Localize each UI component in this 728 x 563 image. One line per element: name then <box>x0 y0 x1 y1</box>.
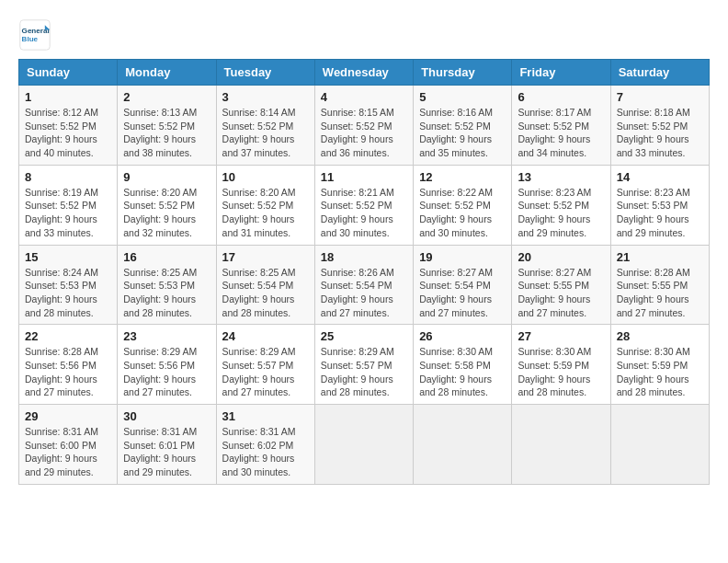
calendar-day-cell: 2 Sunrise: 8:13 AMSunset: 5:52 PMDayligh… <box>118 86 216 166</box>
calendar-day-cell: 15 Sunrise: 8:24 AMSunset: 5:53 PMDaylig… <box>19 245 118 325</box>
calendar-day-cell: 20 Sunrise: 8:27 AMSunset: 5:55 PMDaylig… <box>512 245 610 325</box>
day-info: Sunrise: 8:26 AMSunset: 5:54 PMDaylight:… <box>321 267 394 318</box>
day-info: Sunrise: 8:30 AMSunset: 5:58 PMDaylight:… <box>419 346 493 397</box>
day-info: Sunrise: 8:23 AMSunset: 5:53 PMDaylight:… <box>617 187 690 238</box>
calendar-day-cell <box>314 405 413 485</box>
calendar-week-row: 15 Sunrise: 8:24 AMSunset: 5:53 PMDaylig… <box>19 245 710 325</box>
calendar-day-cell: 1 Sunrise: 8:12 AMSunset: 5:52 PMDayligh… <box>19 86 118 166</box>
day-of-week-header: Sunday <box>19 60 118 86</box>
calendar-day-cell: 29 Sunrise: 8:31 AMSunset: 6:00 PMDaylig… <box>19 405 118 485</box>
calendar-day-cell: 26 Sunrise: 8:30 AMSunset: 5:58 PMDaylig… <box>414 325 512 405</box>
day-info: Sunrise: 8:25 AMSunset: 5:54 PMDaylight:… <box>222 267 296 318</box>
day-number: 25 <box>321 329 407 343</box>
calendar-day-cell: 14 Sunrise: 8:23 AMSunset: 5:53 PMDaylig… <box>610 165 709 245</box>
calendar-day-cell: 9 Sunrise: 8:20 AMSunset: 5:52 PMDayligh… <box>118 165 216 245</box>
day-number: 3 <box>222 90 309 104</box>
day-info: Sunrise: 8:27 AMSunset: 5:54 PMDaylight:… <box>419 267 493 318</box>
day-number: 30 <box>123 409 210 423</box>
calendar-day-cell: 21 Sunrise: 8:28 AMSunset: 5:55 PMDaylig… <box>610 245 709 325</box>
calendar-day-cell: 3 Sunrise: 8:14 AMSunset: 5:52 PMDayligh… <box>216 86 314 166</box>
day-info: Sunrise: 8:28 AMSunset: 5:55 PMDaylight:… <box>617 267 690 318</box>
day-number: 4 <box>321 90 407 104</box>
day-info: Sunrise: 8:15 AMSunset: 5:52 PMDaylight:… <box>321 107 394 158</box>
calendar-day-cell: 19 Sunrise: 8:27 AMSunset: 5:54 PMDaylig… <box>414 245 512 325</box>
day-number: 6 <box>518 90 604 104</box>
calendar-week-row: 1 Sunrise: 8:12 AMSunset: 5:52 PMDayligh… <box>19 86 710 166</box>
day-number: 2 <box>123 90 210 104</box>
calendar-day-cell: 22 Sunrise: 8:28 AMSunset: 5:56 PMDaylig… <box>19 325 118 405</box>
day-number: 10 <box>222 170 309 184</box>
day-number: 14 <box>617 170 703 184</box>
calendar-day-cell: 31 Sunrise: 8:31 AMSunset: 6:02 PMDaylig… <box>216 405 314 485</box>
day-number: 22 <box>25 329 111 343</box>
day-info: Sunrise: 8:17 AMSunset: 5:52 PMDaylight:… <box>518 107 591 158</box>
calendar-day-cell <box>414 405 512 485</box>
calendar-day-cell: 4 Sunrise: 8:15 AMSunset: 5:52 PMDayligh… <box>314 86 413 166</box>
day-number: 28 <box>617 329 703 343</box>
calendar-day-cell: 28 Sunrise: 8:30 AMSunset: 5:59 PMDaylig… <box>610 325 709 405</box>
calendar-day-cell: 27 Sunrise: 8:30 AMSunset: 5:59 PMDaylig… <box>512 325 610 405</box>
day-number: 8 <box>25 170 111 184</box>
day-number: 15 <box>25 250 111 264</box>
day-number: 31 <box>222 409 309 423</box>
day-info: Sunrise: 8:20 AMSunset: 5:52 PMDaylight:… <box>123 187 197 238</box>
day-info: Sunrise: 8:13 AMSunset: 5:52 PMDaylight:… <box>123 107 197 158</box>
day-info: Sunrise: 8:20 AMSunset: 5:52 PMDaylight:… <box>222 187 296 238</box>
calendar-day-cell: 16 Sunrise: 8:25 AMSunset: 5:53 PMDaylig… <box>118 245 216 325</box>
day-number: 16 <box>123 250 210 264</box>
day-number: 26 <box>419 329 506 343</box>
calendar-day-cell: 30 Sunrise: 8:31 AMSunset: 6:01 PMDaylig… <box>118 405 216 485</box>
day-info: Sunrise: 8:14 AMSunset: 5:52 PMDaylight:… <box>222 107 296 158</box>
calendar-week-row: 8 Sunrise: 8:19 AMSunset: 5:52 PMDayligh… <box>19 165 710 245</box>
day-info: Sunrise: 8:29 AMSunset: 5:57 PMDaylight:… <box>222 346 296 397</box>
calendar-week-row: 22 Sunrise: 8:28 AMSunset: 5:56 PMDaylig… <box>19 325 710 405</box>
day-number: 5 <box>419 90 506 104</box>
calendar-day-cell: 23 Sunrise: 8:29 AMSunset: 5:56 PMDaylig… <box>118 325 216 405</box>
day-number: 21 <box>617 250 703 264</box>
calendar-day-cell <box>512 405 610 485</box>
day-info: Sunrise: 8:19 AMSunset: 5:52 PMDaylight:… <box>25 187 98 238</box>
calendar-day-cell: 18 Sunrise: 8:26 AMSunset: 5:54 PMDaylig… <box>314 245 413 325</box>
calendar-day-cell: 24 Sunrise: 8:29 AMSunset: 5:57 PMDaylig… <box>216 325 314 405</box>
day-info: Sunrise: 8:22 AMSunset: 5:52 PMDaylight:… <box>419 187 493 238</box>
day-of-week-header: Monday <box>118 60 216 86</box>
calendar-day-cell <box>610 405 709 485</box>
calendar-day-cell: 8 Sunrise: 8:19 AMSunset: 5:52 PMDayligh… <box>19 165 118 245</box>
day-info: Sunrise: 8:30 AMSunset: 5:59 PMDaylight:… <box>518 346 591 397</box>
day-info: Sunrise: 8:31 AMSunset: 6:01 PMDaylight:… <box>123 426 197 477</box>
day-number: 27 <box>518 329 604 343</box>
day-of-week-header: Friday <box>512 60 610 86</box>
day-number: 19 <box>419 250 506 264</box>
day-info: Sunrise: 8:18 AMSunset: 5:52 PMDaylight:… <box>617 107 690 158</box>
day-of-week-header: Tuesday <box>216 60 314 86</box>
day-number: 13 <box>518 170 604 184</box>
day-number: 9 <box>123 170 210 184</box>
day-number: 17 <box>222 250 309 264</box>
day-info: Sunrise: 8:31 AMSunset: 6:02 PMDaylight:… <box>222 426 296 477</box>
calendar-day-cell: 10 Sunrise: 8:20 AMSunset: 5:52 PMDaylig… <box>216 165 314 245</box>
calendar-day-cell: 13 Sunrise: 8:23 AMSunset: 5:52 PMDaylig… <box>512 165 610 245</box>
calendar-day-cell: 6 Sunrise: 8:17 AMSunset: 5:52 PMDayligh… <box>512 86 610 166</box>
day-info: Sunrise: 8:31 AMSunset: 6:00 PMDaylight:… <box>25 426 98 477</box>
day-number: 11 <box>321 170 407 184</box>
calendar-day-cell: 25 Sunrise: 8:29 AMSunset: 5:57 PMDaylig… <box>314 325 413 405</box>
day-of-week-header: Thursday <box>414 60 512 86</box>
day-number: 23 <box>123 329 210 343</box>
day-info: Sunrise: 8:28 AMSunset: 5:56 PMDaylight:… <box>25 346 98 397</box>
day-number: 7 <box>617 90 703 104</box>
day-number: 18 <box>321 250 407 264</box>
day-info: Sunrise: 8:12 AMSunset: 5:52 PMDaylight:… <box>25 107 98 158</box>
calendar-day-cell: 12 Sunrise: 8:22 AMSunset: 5:52 PMDaylig… <box>414 165 512 245</box>
day-number: 12 <box>419 170 506 184</box>
day-info: Sunrise: 8:29 AMSunset: 5:57 PMDaylight:… <box>321 346 394 397</box>
day-number: 1 <box>25 90 111 104</box>
day-info: Sunrise: 8:25 AMSunset: 5:53 PMDaylight:… <box>123 267 197 318</box>
calendar-day-cell: 5 Sunrise: 8:16 AMSunset: 5:52 PMDayligh… <box>414 86 512 166</box>
day-info: Sunrise: 8:16 AMSunset: 5:52 PMDaylight:… <box>419 107 493 158</box>
day-number: 20 <box>518 250 604 264</box>
calendar-table: SundayMondayTuesdayWednesdayThursdayFrid… <box>18 59 710 485</box>
day-info: Sunrise: 8:21 AMSunset: 5:52 PMDaylight:… <box>321 187 394 238</box>
logo: General Blue <box>18 18 55 52</box>
day-of-week-header: Wednesday <box>314 60 413 86</box>
day-number: 24 <box>222 329 309 343</box>
